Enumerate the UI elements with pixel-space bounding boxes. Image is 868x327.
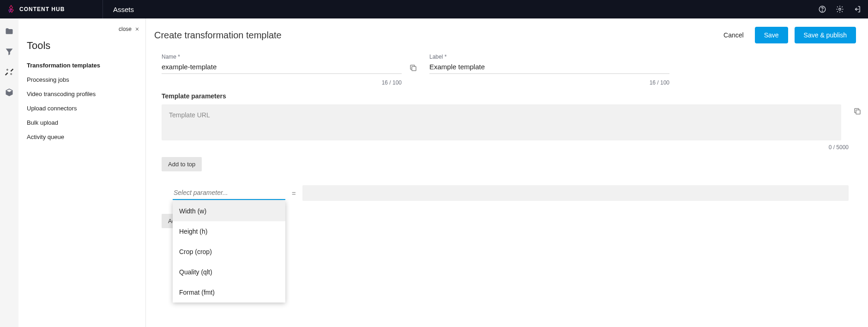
add-to-top-wrap: Add to top bbox=[162, 157, 849, 171]
brand-logo-icon bbox=[6, 5, 16, 14]
name-char-count: 16 / 100 bbox=[162, 79, 402, 86]
label-char-count: 16 / 100 bbox=[429, 79, 669, 86]
topbar-right bbox=[818, 5, 862, 13]
dropdown-item-format[interactable]: Format (fmt) bbox=[173, 282, 285, 303]
parameter-row: Width (w) Height (h) Crop (crop) Quality… bbox=[173, 185, 849, 201]
sidebar-item-processing-jobs[interactable]: Processing jobs bbox=[18, 73, 145, 87]
sidebar-item-activity-queue[interactable]: Activity queue bbox=[18, 130, 145, 144]
icon-rail bbox=[0, 18, 18, 327]
copy-url-icon[interactable] bbox=[853, 107, 862, 115]
parameter-value-input[interactable] bbox=[302, 185, 849, 201]
dropdown-item-quality[interactable]: Quality (qlt) bbox=[173, 262, 285, 282]
label-field-col: Label * 16 / 100 bbox=[429, 54, 669, 86]
sidebar-item-transformation-templates[interactable]: Transformation templates bbox=[18, 58, 145, 73]
svg-rect-3 bbox=[412, 67, 416, 71]
form-row: Name * 16 / 100 Label * 16 / 100 bbox=[154, 54, 856, 86]
sidebar-item-video-transcoding[interactable]: Video transcoding profiles bbox=[18, 87, 145, 101]
parameter-select-input[interactable] bbox=[173, 186, 285, 200]
parameter-select-wrap: Width (w) Height (h) Crop (crop) Quality… bbox=[173, 186, 285, 200]
content: Create transformation template Cancel Sa… bbox=[146, 18, 868, 327]
template-url-placeholder: Template URL bbox=[169, 111, 210, 119]
logout-icon[interactable] bbox=[853, 5, 862, 13]
svg-rect-4 bbox=[856, 110, 860, 114]
sidebar-item-bulk-upload[interactable]: Bulk upload bbox=[18, 115, 145, 130]
copy-name-icon[interactable] bbox=[409, 64, 417, 72]
name-field-col: Name * 16 / 100 bbox=[162, 54, 402, 86]
topbar-left: CONTENT HUB Assets bbox=[6, 0, 134, 18]
topbar-divider bbox=[102, 0, 103, 18]
template-parameters-heading: Template parameters bbox=[154, 86, 856, 104]
label-input[interactable] bbox=[429, 61, 669, 74]
dropdown-item-width[interactable]: Width (w) bbox=[173, 201, 285, 221]
settings-icon[interactable] bbox=[836, 5, 844, 13]
cancel-button[interactable]: Cancel bbox=[719, 28, 748, 42]
sidebar: close Tools Transformation templates Pro… bbox=[18, 18, 146, 327]
tools-icon[interactable] bbox=[5, 67, 14, 77]
help-icon[interactable] bbox=[818, 5, 826, 13]
svg-point-1 bbox=[822, 11, 822, 11]
sidebar-close[interactable]: close bbox=[18, 24, 145, 37]
template-url-box[interactable]: Template URL bbox=[162, 104, 841, 140]
label-label: Label * bbox=[429, 54, 669, 60]
sidebar-title: Tools bbox=[18, 37, 145, 58]
svg-point-2 bbox=[839, 8, 841, 11]
close-icon bbox=[134, 26, 140, 32]
dropdown-item-height[interactable]: Height (h) bbox=[173, 221, 285, 242]
save-publish-button[interactable]: Save & publish bbox=[795, 27, 856, 43]
name-input[interactable] bbox=[162, 61, 402, 74]
brand[interactable]: CONTENT HUB bbox=[6, 5, 98, 14]
equals-sign: = bbox=[290, 189, 298, 197]
package-icon[interactable] bbox=[5, 88, 14, 97]
brand-name: CONTENT HUB bbox=[19, 6, 65, 12]
add-to-top-button[interactable]: Add to top bbox=[162, 157, 202, 171]
sidebar-item-upload-connectors[interactable]: Upload connectors bbox=[18, 101, 145, 115]
dropdown-item-crop[interactable]: Crop (crop) bbox=[173, 242, 285, 262]
header-actions: Cancel Save Save & publish bbox=[719, 27, 856, 43]
main: close Tools Transformation templates Pro… bbox=[0, 18, 868, 327]
topbar-section-assets[interactable]: Assets bbox=[108, 6, 134, 13]
folder-icon[interactable] bbox=[5, 27, 14, 36]
save-button[interactable]: Save bbox=[755, 27, 788, 43]
url-char-count: 0 / 5000 bbox=[154, 140, 856, 151]
name-label: Name * bbox=[162, 54, 402, 60]
filter-icon[interactable] bbox=[5, 47, 14, 56]
close-label: close bbox=[119, 26, 132, 32]
topbar: CONTENT HUB Assets bbox=[0, 0, 868, 18]
parameter-dropdown: Width (w) Height (h) Crop (crop) Quality… bbox=[173, 201, 285, 303]
page-title: Create transformation template bbox=[154, 30, 282, 41]
content-header: Create transformation template Cancel Sa… bbox=[154, 27, 856, 43]
